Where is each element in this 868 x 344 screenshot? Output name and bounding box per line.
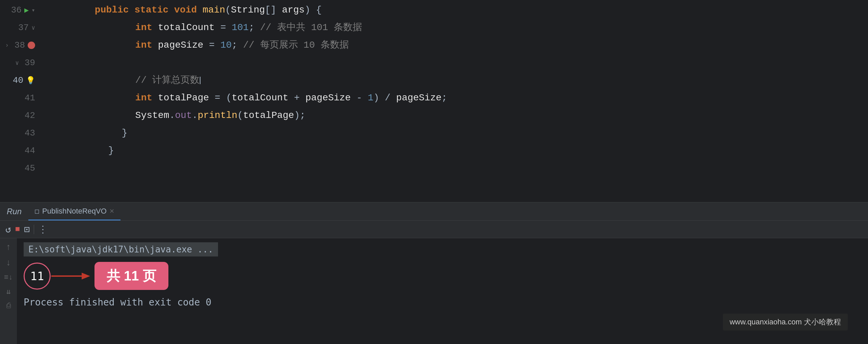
console-content: E:\soft\java\jdk17\bin\java.exe ... 11 共… [17, 238, 225, 344]
line-number-39: 39 [22, 58, 35, 68]
line-number-42: 42 [22, 110, 35, 121]
annotation-badge: 共 11 页 [94, 262, 168, 290]
tab-publish-note[interactable]: ◻ PublishNoteReqVO ✕ [28, 202, 120, 220]
filter-icon[interactable]: ≡↓ [4, 273, 13, 282]
gutter-42: 42 [0, 110, 40, 121]
tab-close-button[interactable]: ✕ [109, 207, 114, 215]
line-number-37: 37 [15, 23, 29, 33]
stop-button[interactable]: ■ [15, 225, 20, 234]
output-number-circle: 11 [24, 263, 51, 290]
scroll-down-icon[interactable]: ↓ [6, 258, 11, 268]
run-label: Run [0, 202, 28, 220]
line-number-45: 45 [22, 163, 35, 173]
panel-tab-bar: Run ◻ PublishNoteReqVO ✕ [0, 202, 868, 221]
svg-marker-1 [82, 273, 90, 279]
line-number-41: 41 [22, 93, 35, 103]
code-line-44: 44 } [0, 142, 868, 159]
fold-icon-37[interactable]: ∨ [31, 24, 35, 31]
code-editor: 36 ▶ ▾ public static void main(String[] … [0, 0, 868, 202]
gutter-43: 43 [0, 128, 40, 138]
gutter-36: 36 ▶ ▾ [0, 5, 40, 15]
code-line-38: › 38 int pageSize = 10; // 每页展示 10 条数据 [0, 36, 868, 54]
arrow-indicator [51, 269, 92, 283]
watermark: www.quanxiaoha.com 犬小哈教程 [723, 314, 848, 330]
rerun-button[interactable]: ↺ [5, 224, 11, 235]
file-icon: ◻ [34, 207, 39, 215]
gutter-37: 37 ∨ [0, 23, 40, 33]
line-number-36: 36 [8, 5, 22, 15]
breakpoint-38[interactable] [28, 42, 35, 49]
gutter-44: 44 [0, 146, 40, 156]
line-number-43: 43 [22, 128, 35, 138]
gutter-40: 40 💡 [0, 75, 40, 85]
dropdown-icon-36[interactable]: ▾ [31, 6, 35, 14]
gutter-45: 45 [0, 163, 40, 173]
code-line-45: 45 [0, 159, 868, 177]
line-number-38: 38 [11, 40, 25, 50]
output-row: 11 共 11 页 [24, 262, 218, 290]
run-panel: Run ◻ PublishNoteReqVO ✕ ↺ ■ ⊡ ⋮ ↑ ↓ ≡↓ … [0, 202, 868, 344]
sort-icon[interactable]: ⇊ [6, 287, 10, 296]
more-button[interactable]: ⋮ [38, 224, 48, 235]
gutter-41: 41 [0, 93, 40, 103]
fold-marker-38: › [5, 42, 9, 49]
gutter-38: › 38 [0, 40, 40, 50]
process-finished-line: Process finished with exit code 0 [24, 297, 218, 308]
hint-icon-40[interactable]: 💡 [26, 76, 35, 85]
toolbar-separator [34, 225, 34, 234]
run-icon-36[interactable]: ▶ [24, 6, 29, 15]
print-icon[interactable]: ⎙ [6, 302, 11, 310]
arrow-svg [51, 269, 92, 283]
console-sidebar: ↑ ↓ ≡↓ ⇊ ⎙ [0, 238, 17, 344]
panel-toolbar: ↺ ■ ⊡ ⋮ [0, 221, 868, 238]
scroll-up-icon[interactable]: ↑ [6, 242, 11, 252]
restore-button[interactable]: ⊡ [24, 224, 30, 235]
tab-label: PublishNoteReqVO [42, 207, 107, 216]
gutter-39: ∨ 39 [0, 58, 40, 68]
line-number-40: 40 [10, 75, 23, 85]
line-number-44: 44 [22, 146, 35, 156]
fold-marker-39: ∨ [15, 59, 19, 67]
console-wrapper: ↑ ↓ ≡↓ ⇊ ⎙ E:\soft\java\jdk17\bin\java.e… [0, 238, 868, 344]
cmd-path: E:\soft\java\jdk17\bin\java.exe ... [24, 242, 218, 256]
